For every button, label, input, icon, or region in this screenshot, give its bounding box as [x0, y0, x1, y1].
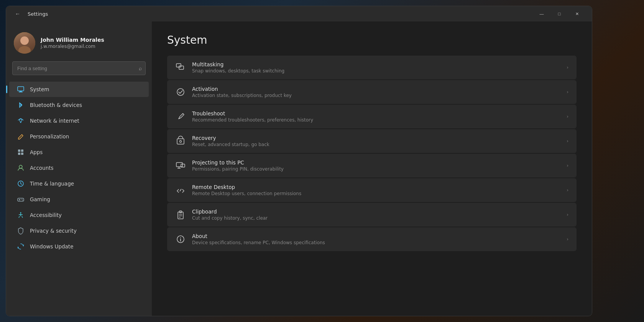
title-bar: ← Settings — □ ✕ — [6, 6, 592, 21]
sidebar-item-label-gaming: Gaming — [30, 196, 50, 202]
clipboard-desc: Cut and copy history, sync, clear — [192, 215, 560, 221]
windows-update-icon — [17, 243, 25, 250]
remote-desktop-text: Remote Desktop Remote Desktop users, con… — [192, 184, 560, 196]
activation-icon — [175, 87, 186, 97]
clipboard-icon — [175, 209, 186, 220]
time-icon — [17, 180, 25, 187]
search-input[interactable] — [12, 61, 146, 75]
sidebar-item-network[interactable]: Network & internet — [9, 113, 149, 128]
sidebar-item-label-personalization: Personalization — [30, 133, 69, 140]
svg-rect-21 — [179, 66, 184, 69]
svg-rect-20 — [176, 64, 181, 67]
sidebar-item-windows-update[interactable]: Windows Update — [9, 239, 149, 254]
svg-rect-30 — [178, 212, 183, 219]
about-desc: Device specifications, rename PC, Window… — [192, 240, 560, 245]
about-chevron: › — [567, 237, 568, 242]
recovery-chevron: › — [567, 138, 568, 144]
setting-item-about[interactable]: About Device specifications, rename PC, … — [167, 227, 577, 251]
privacy-icon — [17, 227, 25, 235]
multitasking-text: Multitasking Snap windows, desktops, tas… — [192, 61, 560, 74]
sidebar-item-gaming[interactable]: Gaming — [9, 192, 149, 207]
multitasking-title: Multitasking — [192, 61, 560, 67]
sidebar-item-accounts[interactable]: Accounts — [9, 160, 149, 176]
svg-rect-6 — [18, 150, 20, 152]
sidebar-item-label-apps: Apps — [30, 149, 43, 155]
window-controls: — □ ✕ — [533, 8, 586, 20]
setting-item-activation[interactable]: Activation Activation state, subscriptio… — [167, 80, 577, 104]
sidebar-item-apps[interactable]: Apps — [9, 145, 149, 160]
sidebar-item-label-network: Network & internet — [30, 118, 79, 124]
svg-rect-8 — [18, 153, 20, 155]
window-title: Settings — [28, 11, 48, 17]
svg-point-1 — [18, 46, 31, 54]
setting-item-remote-desktop[interactable]: Remote Desktop Remote Desktop users, con… — [167, 178, 577, 202]
clipboard-chevron: › — [567, 212, 568, 217]
remote-desktop-title: Remote Desktop — [192, 184, 560, 190]
projecting-title: Projecting to this PC — [192, 159, 560, 166]
sidebar: John William Morales j.w.morales@gmail.c… — [6, 21, 152, 316]
activation-chevron: › — [567, 89, 568, 95]
svg-point-16 — [22, 200, 23, 200]
sidebar-item-label-time: Time & language — [30, 181, 74, 187]
about-icon — [175, 234, 186, 245]
svg-rect-12 — [18, 198, 24, 201]
minimize-button[interactable]: — — [533, 8, 550, 20]
sidebar-item-label-accounts: Accounts — [30, 165, 54, 171]
troubleshoot-icon — [175, 111, 186, 122]
svg-point-17 — [20, 212, 21, 214]
sidebar-item-privacy[interactable]: Privacy & security — [9, 223, 149, 238]
user-email: j.w.morales@gmail.com — [41, 44, 104, 49]
recovery-title: Recovery — [192, 135, 560, 141]
setting-item-multitasking[interactable]: Multitasking Snap windows, desktops, tas… — [167, 56, 577, 79]
multitasking-chevron: › — [567, 65, 568, 70]
sidebar-item-label-bluetooth: Bluetooth & devices — [30, 102, 82, 108]
sidebar-item-accessibility[interactable]: Accessibility — [9, 207, 149, 223]
gaming-icon — [17, 196, 25, 203]
search-bar: ⌕ — [12, 61, 146, 75]
page-title: System — [167, 34, 577, 46]
svg-point-15 — [21, 199, 22, 200]
back-button[interactable]: ← — [12, 8, 23, 19]
personalization-icon — [17, 133, 25, 140]
sidebar-item-time[interactable]: Time & language — [9, 176, 149, 191]
remote-desktop-chevron: › — [567, 187, 568, 193]
troubleshoot-text: Troubleshoot Recommended troubleshooters… — [192, 110, 560, 123]
accounts-icon — [17, 164, 25, 172]
maximize-button[interactable]: □ — [550, 8, 568, 20]
multitasking-icon — [175, 62, 186, 73]
svg-rect-7 — [21, 150, 23, 152]
recovery-desc: Reset, advanced startup, go back — [192, 142, 560, 147]
setting-item-troubleshoot[interactable]: Troubleshoot Recommended troubleshooters… — [167, 105, 577, 128]
setting-item-projecting[interactable]: Projecting to this PC Permissions, pairi… — [167, 154, 577, 177]
sidebar-item-bluetooth[interactable]: Bluetooth & devices — [9, 97, 149, 113]
clipboard-text: Clipboard Cut and copy history, sync, cl… — [192, 209, 560, 221]
remote-desktop-desc: Remote Desktop users, connection permiss… — [192, 191, 560, 196]
svg-rect-25 — [176, 163, 182, 167]
setting-item-recovery[interactable]: Recovery Reset, advanced startup, go bac… — [167, 129, 577, 153]
svg-rect-23 — [177, 139, 184, 144]
remote-desktop-icon — [175, 185, 186, 196]
projecting-desc: Permissions, pairing PIN, discoverabilit… — [192, 166, 560, 172]
user-profile[interactable]: John William Morales j.w.morales@gmail.c… — [6, 28, 152, 61]
close-button[interactable]: ✕ — [568, 8, 586, 20]
svg-point-10 — [19, 165, 22, 168]
activation-desc: Activation state, subscriptions, product… — [192, 93, 560, 98]
svg-line-29 — [180, 189, 181, 191]
sidebar-item-system[interactable]: System — [9, 82, 149, 97]
bluetooth-icon — [17, 101, 25, 109]
svg-point-37 — [180, 237, 181, 238]
setting-item-clipboard[interactable]: Clipboard Cut and copy history, sync, cl… — [167, 203, 577, 227]
projecting-chevron: › — [567, 163, 568, 168]
multitasking-desc: Snap windows, desktops, task switching — [192, 68, 560, 74]
system-icon — [17, 85, 25, 93]
user-info: John William Morales j.w.morales@gmail.c… — [41, 37, 104, 49]
svg-point-24 — [180, 141, 182, 143]
title-bar-left: ← Settings — [12, 8, 533, 19]
activation-text: Activation Activation state, subscriptio… — [192, 86, 560, 98]
sidebar-item-label-privacy: Privacy & security — [30, 228, 77, 234]
svg-point-22 — [177, 89, 184, 95]
projecting-text: Projecting to this PC Permissions, pairi… — [192, 159, 560, 172]
sidebar-item-personalization[interactable]: Personalization — [9, 129, 149, 144]
network-icon — [17, 117, 25, 125]
about-text: About Device specifications, rename PC, … — [192, 233, 560, 245]
